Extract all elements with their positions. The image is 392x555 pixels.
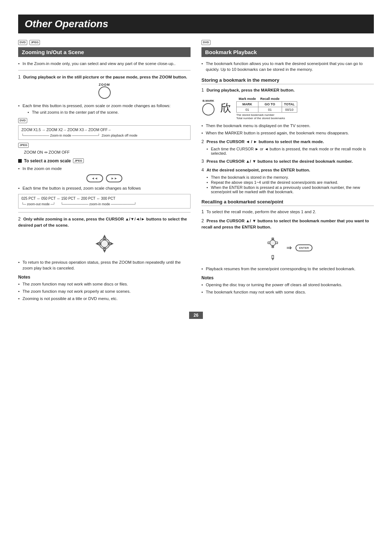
recalling-after-bullet-1: Playback resumes from the scene/point co… [201, 266, 374, 272]
storing-step4-sub-2: Repeat the above steps 1~4 until the des… [207, 180, 374, 185]
right-dvd-badge: DVD [201, 40, 211, 45]
bookmark-notes: Notes Opening the disc tray or turning t… [201, 275, 374, 295]
bmark-button-icon[interactable] [202, 103, 215, 116]
bookmark-intro-bullets: The bookmark function allows you to mark… [201, 61, 374, 72]
bookmark-col-goto2: GO TO [258, 101, 282, 107]
storing-after-step1-bullets: Then the bookmark menu is displayed on t… [201, 123, 374, 136]
recall-dpad-down [263, 255, 283, 262]
bookmark-notes-bullets: Opening the disc tray or turning the pow… [201, 282, 374, 295]
right-badge-row: DVD [201, 40, 374, 45]
zoom-lr-buttons: ◄◄ ►► [18, 174, 191, 182]
bmark-button-area: B.MARK [201, 99, 215, 117]
page-number-box: 26 [189, 312, 203, 319]
zoom-on-off-label: ZOOM ON ⇔ ZOOM OFF [24, 150, 191, 155]
page-header: Other Operations [18, 15, 374, 33]
storing-step-4: 4 At the desired scene/point, press the … [201, 167, 374, 194]
zoom-step-1: 1 During playback or in the still picctu… [18, 74, 191, 100]
bookmark-col-total [282, 96, 297, 102]
zoom-left-button[interactable]: ◄◄ [86, 174, 103, 182]
bookmark-note-1: Opening the disc tray or turning the pow… [201, 282, 374, 288]
zoom-diagram-line2: └─────────── Zoom-in mode ───────────┘ Z… [21, 133, 187, 138]
storing-step4-sub-bullets: Then the bookmark is stored in the memor… [207, 175, 374, 194]
dpad-icon [92, 231, 117, 256]
recalling-header: Recalling a bookmarked scene/point [201, 199, 374, 206]
bookmark-val-goto: 01 [258, 107, 282, 112]
left-column: DVD JPEG Zooming In/Out a Scene In the Z… [18, 40, 191, 304]
storing-step-1: 1 During playback, press the MARKER butt… [201, 87, 374, 120]
recall-icons-area: ⇒ ENTER [201, 233, 374, 263]
zoom-in-mode-bullet-1: In the zoom on mode [18, 166, 191, 171]
zoom-button-label: ZOOM [98, 83, 111, 86]
zoom-after-step2-bullet-1: To return to the previous operation stat… [18, 259, 191, 271]
recall-dpad-area [263, 233, 283, 263]
recall-dpad-icon [263, 233, 283, 253]
storing-step-2: 2 Press the CURSOR ◄ / ► buttons to sele… [201, 139, 374, 155]
jpeg-badge: JPEG [29, 40, 40, 45]
bookmark-intro-bullet-1: The bookmark function allows you to mark… [201, 61, 374, 72]
zoom-intro-bullets: In the Zoom-in mode only, you can select… [18, 61, 191, 66]
svg-marker-18 [272, 258, 274, 260]
zoom-sub-bullet-1: The unit zooms in to the center part of … [28, 110, 191, 115]
left-badges: DVD JPEG [18, 40, 191, 45]
two-column-layout: DVD JPEG Zooming In/Out a Scene In the Z… [18, 40, 374, 304]
zoom-intro-bullet-1: In the Zoom-in mode only, you can select… [18, 61, 191, 66]
zoom-scale-diagram-line2: └─ zoom-out mode ─┘ └─────────── zoom-in… [21, 202, 187, 207]
dvd-badge-2-row: DVD [18, 118, 191, 123]
bookmark-section-header: Bookmark Playback [201, 47, 374, 57]
zoom-after-step1-bullets: Each time this button is pressed, zoom s… [18, 103, 191, 115]
bookmark-val-mark: 01 [237, 107, 258, 112]
storing-step2-sub-1: Each time the CURSOR ► or ◄ button is pr… [207, 147, 374, 155]
storing-step-3-label: 3 Press the CURSOR ▲/ ▼ buttons to selec… [201, 158, 374, 165]
zoom-notes-bullets: The zoom function may not work with some… [18, 281, 191, 301]
bookmark-col-goto: Recall mode [258, 96, 282, 102]
zoom-section-header: Zooming In/Out a Scene [18, 47, 191, 57]
zoom-step-2: 2 Only while zooming in a scene, press t… [18, 216, 191, 256]
svg-point-7 [101, 240, 108, 247]
storing-step-3: 3 Press the CURSOR ▲/ ▼ buttons to selec… [201, 158, 374, 165]
zoom-button-icon[interactable] [98, 86, 111, 99]
page-title: Other Operations [25, 18, 367, 30]
bookmark-col-total2: TOTAL [282, 101, 297, 107]
storing-step-4-label: 4 At the desired scene/point, press the … [201, 167, 374, 173]
bmark-button-label: B.MARK [201, 99, 215, 102]
bookmark-label-stored: The stored bookmark number [236, 113, 297, 117]
recall-arrow-icon: ⇒ [286, 244, 292, 252]
zoom-button-area: ZOOM [18, 83, 191, 100]
svg-point-14 [270, 240, 276, 246]
dpad-area [18, 231, 191, 256]
zoom-scale-bullets: Each time the button is pressed, zoom sc… [18, 185, 191, 191]
storing-header: Storing a bookmark in the memory [201, 77, 374, 84]
zoom-scale-header: To select a zoom scale JPEG [18, 158, 191, 163]
dvd-badge-2: DVD [18, 118, 27, 123]
bookmark-cjk-char: 欣 [220, 101, 231, 116]
bookmark-val-total: 00/10 [282, 107, 297, 112]
recalling-step-2: 2 Press the CURSOR ▲/ ▼ buttons to selec… [201, 218, 374, 230]
bookmark-label-total: Total number of the stored bookmarks [236, 117, 297, 120]
zoom-notes: Notes The zoom function may not work wit… [18, 275, 191, 301]
dvd-badge: DVD [18, 40, 27, 45]
right-column: DVD Bookmark Playback The bookmark funct… [201, 40, 374, 304]
bookmark-display-area: B.MARK 欣 Mark mode Recall mode MARK GO T… [201, 96, 374, 120]
recall-enter-button[interactable]: ENTER [295, 244, 313, 251]
bookmark-notes-label: Notes [201, 275, 374, 280]
recalling-step-2-label: 2 Press the CURSOR ▲/ ▼ buttons to selec… [201, 218, 374, 230]
zoom-after-step1-bullet-1: Each time this button is pressed, zoom s… [18, 103, 191, 115]
bookmark-note-2: The bookmark function may not work with … [201, 289, 374, 295]
bookmark-col-mark: Mark mode [237, 96, 258, 102]
zoom-notes-label: Notes [18, 275, 191, 280]
zoom-right-button[interactable]: ►► [106, 174, 123, 182]
bookmark-table: Mark mode Recall mode MARK GO TO TOTAL 0… [236, 96, 297, 113]
zoom-scale-bullet-1: Each time the button is pressed, zoom sc… [18, 185, 191, 191]
black-square-icon [18, 159, 22, 163]
zoom-note-2: The zoom function may not work properly … [18, 288, 191, 294]
storing-step4-sub-3: When the ENTER button is pressed at a pr… [207, 185, 374, 194]
bookmark-col-mark2: MARK [237, 101, 258, 107]
storing-after-step1-bullet-2: When the MARKER button is pressed again,… [201, 130, 374, 136]
storing-step-2-label: 2 Press the CURSOR ◄ / ► buttons to sele… [201, 139, 374, 145]
storing-after-step1-bullet-1: Then the bookmark menu is displayed on t… [201, 123, 374, 129]
zoom-in-mode-bullet: In the zoom on mode [18, 166, 191, 171]
jpeg-badge-zoom-scale: JPEG [73, 158, 83, 163]
recalling-step-1-label: 1 To select the recall mode, perform the… [201, 209, 374, 215]
jpeg-badge-2: JPEG [18, 143, 29, 148]
zoom-step-1-label: 1 During playback or in the still picctu… [18, 74, 191, 80]
